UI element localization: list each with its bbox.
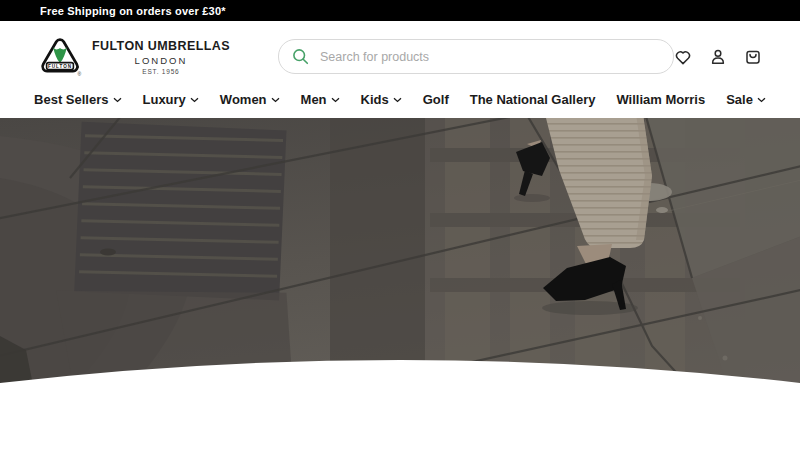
chevron-down-icon: [393, 97, 402, 103]
search-icon: [292, 48, 309, 65]
hero-section: [0, 118, 800, 450]
brand-name: FULTON UMBRELLAS: [92, 39, 230, 53]
nav-item-label: Best Sellers: [34, 92, 108, 107]
main-nav: Best Sellers Luxury Women Men Kids Golf …: [0, 92, 800, 118]
nav-item-label: The National Gallery: [470, 92, 596, 107]
nav-item-william-morris[interactable]: William Morris: [616, 92, 705, 107]
promo-text: Free Shipping on orders over £30*: [40, 5, 226, 17]
nav-item-golf[interactable]: Golf: [423, 92, 449, 107]
account-button[interactable]: [709, 48, 727, 66]
nav-item-luxury[interactable]: Luxury: [143, 92, 199, 107]
nav-item-label: William Morris: [616, 92, 705, 107]
nav-item-label: Kids: [361, 92, 389, 107]
nav-item-best-sellers[interactable]: Best Sellers: [34, 92, 121, 107]
hero-image: [0, 118, 800, 450]
nav-item-label: Women: [220, 92, 267, 107]
brand-location: LONDON: [92, 55, 230, 66]
nav-item-sale[interactable]: Sale: [726, 92, 766, 107]
header: FULTON ® FULTON UMBRELLAS LONDON EST. 19…: [0, 21, 800, 92]
nav-item-men[interactable]: Men: [301, 92, 340, 107]
nav-item-women[interactable]: Women: [220, 92, 280, 107]
brand-logo[interactable]: FULTON ® FULTON UMBRELLAS LONDON EST. 19…: [38, 35, 263, 79]
nav-item-label: Golf: [423, 92, 449, 107]
brand-established: EST. 1956: [92, 68, 230, 75]
chevron-down-icon: [190, 97, 199, 103]
search-bar[interactable]: [278, 39, 674, 74]
nav-item-the-national-gallery[interactable]: The National Gallery: [470, 92, 596, 107]
nav-item-label: Luxury: [143, 92, 186, 107]
nav-item-kids[interactable]: Kids: [361, 92, 402, 107]
nav-item-label: Men: [301, 92, 327, 107]
cart-button[interactable]: [744, 48, 762, 66]
header-actions: [674, 48, 762, 66]
fulton-logo-icon: FULTON ®: [38, 35, 82, 79]
chevron-down-icon: [113, 97, 122, 103]
registered-mark: ®: [78, 71, 82, 77]
nav-item-label: Sale: [726, 92, 753, 107]
chevron-down-icon: [271, 97, 280, 103]
user-icon: [709, 48, 727, 66]
chevron-down-icon: [757, 97, 766, 103]
bag-icon: [744, 48, 762, 66]
search-input[interactable]: [318, 49, 660, 65]
logo-wordmark: FULTON: [48, 64, 72, 69]
chevron-down-icon: [331, 97, 340, 103]
wishlist-button[interactable]: [674, 48, 692, 66]
promo-banner: Free Shipping on orders over £30*: [0, 0, 800, 21]
heart-icon: [674, 48, 692, 66]
